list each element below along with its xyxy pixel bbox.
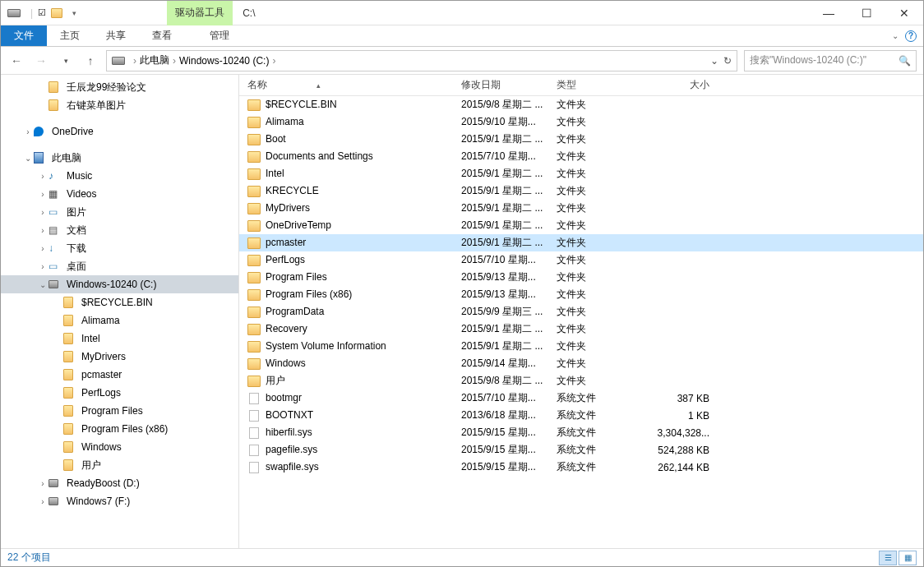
tree-node[interactable]: pcmaster: [1, 366, 238, 384]
file-row[interactable]: KRECYCLE2015/9/1 星期二 ...文件夹: [239, 182, 923, 200]
tree-node[interactable]: Program Files (x86): [1, 420, 238, 438]
file-row[interactable]: Program Files (x86)2015/9/13 星期...文件夹: [239, 286, 923, 303]
tab-file[interactable]: 文件: [1, 25, 47, 46]
tree-node[interactable]: ›ReadyBoost (D:): [1, 474, 238, 492]
file-row[interactable]: Program Files2015/9/13 星期...文件夹: [239, 269, 923, 286]
file-row[interactable]: Intel2015/9/1 星期二 ...文件夹: [239, 165, 923, 182]
tree-node[interactable]: ⌄Windows-10240 (C:): [1, 275, 238, 293]
tree-node[interactable]: ›图片: [1, 203, 238, 221]
chevron-right-icon[interactable]: ›: [37, 208, 49, 217]
close-button[interactable]: ✕: [885, 1, 923, 25]
tree-node[interactable]: ›Videos: [1, 185, 238, 203]
file-row[interactable]: MyDrivers2015/9/1 星期二 ...文件夹: [239, 200, 923, 217]
file-row[interactable]: hiberfil.sys2015/9/15 星期...系统文件3,304,328…: [239, 424, 923, 441]
tab-manage[interactable]: 管理: [196, 25, 243, 46]
chevron-right-icon[interactable]: ›: [173, 55, 176, 67]
tab-view[interactable]: 查看: [139, 25, 185, 46]
help-icon[interactable]: ?: [905, 30, 917, 42]
chevron-right-icon[interactable]: ›: [133, 55, 136, 67]
file-row[interactable]: Alimama2015/9/10 星期...文件夹: [239, 113, 923, 131]
column-date[interactable]: 修改日期: [453, 78, 548, 92]
tree-node[interactable]: Intel: [1, 330, 238, 348]
qat-properties-icon[interactable]: ☑: [38, 7, 46, 18]
recent-dropdown-icon[interactable]: ▾: [57, 57, 75, 65]
forward-button[interactable]: →: [32, 54, 50, 67]
chevron-right-icon[interactable]: ›: [272, 55, 275, 67]
chevron-right-icon[interactable]: ›: [37, 190, 49, 199]
up-button[interactable]: ↑: [81, 54, 99, 67]
tree-node-label: ReadyBoost (D:): [67, 477, 140, 489]
navigation-tree[interactable]: 壬辰龙99经验论文右键菜单图片›OneDrive⌄此电脑›Music›Video…: [1, 75, 239, 548]
tree-node[interactable]: Program Files: [1, 402, 238, 420]
file-row[interactable]: BOOTNXT2013/6/18 星期...系统文件1 KB: [239, 407, 923, 424]
column-name[interactable]: 名称 ▴: [239, 78, 453, 92]
cell-type: 文件夹: [548, 201, 644, 215]
tree-node[interactable]: 右键菜单图片: [1, 96, 238, 114]
file-row[interactable]: $RECYCLE.BIN2015/9/8 星期二 ...文件夹: [239, 96, 923, 113]
tree-node[interactable]: ›桌面: [1, 257, 238, 275]
contextual-tab-drive-tools[interactable]: 驱动器工具: [167, 1, 233, 25]
column-size[interactable]: 大小: [644, 78, 718, 92]
tree-node[interactable]: ⌄此电脑: [1, 149, 238, 167]
chevron-right-icon[interactable]: ›: [37, 497, 49, 506]
file-row[interactable]: swapfile.sys2015/9/15 星期...系统文件262,144 K…: [239, 459, 923, 476]
minimize-button[interactable]: —: [810, 1, 848, 25]
chevron-right-icon[interactable]: ›: [37, 226, 49, 235]
address-dropdown-icon[interactable]: ⌄: [710, 55, 718, 67]
file-row[interactable]: Documents and Settings2015/7/10 星期...文件夹: [239, 148, 923, 165]
refresh-icon[interactable]: ↻: [723, 55, 732, 67]
file-row[interactable]: ProgramData2015/9/9 星期三 ...文件夹: [239, 303, 923, 320]
file-row[interactable]: OneDriveTemp2015/9/1 星期二 ...文件夹: [239, 217, 923, 234]
chevron-right-icon[interactable]: ›: [37, 172, 49, 181]
chevron-down-icon[interactable]: ⌄: [22, 154, 34, 163]
file-row[interactable]: Windows2015/9/14 星期...文件夹: [239, 355, 923, 372]
tree-node[interactable]: ›下载: [1, 239, 238, 257]
breadcrumb-drive[interactable]: Windows-10240 (C:): [179, 55, 269, 67]
file-row[interactable]: pagefile.sys2015/9/15 星期...系统文件524,288 K…: [239, 441, 923, 459]
chevron-right-icon[interactable]: ›: [37, 244, 49, 253]
file-row[interactable]: bootmgr2015/7/10 星期...系统文件387 KB: [239, 390, 923, 407]
qat-dropdown-icon[interactable]: ▾: [72, 9, 76, 17]
cell-date: 2015/9/1 星期二 ...: [453, 201, 548, 215]
folder-icon: [49, 99, 63, 112]
chevron-right-icon[interactable]: ›: [22, 127, 34, 136]
tree-node[interactable]: ›Windows7 (F:): [1, 492, 238, 510]
file-row[interactable]: pcmaster2015/9/1 星期二 ...文件夹: [239, 234, 923, 251]
file-row[interactable]: 用户2015/9/8 星期二 ...文件夹: [239, 372, 923, 390]
back-button[interactable]: ←: [7, 54, 25, 67]
chevron-right-icon[interactable]: ›: [37, 262, 49, 271]
file-list[interactable]: 名称 ▴ 修改日期 类型 大小 $RECYCLE.BIN2015/9/8 星期二…: [239, 75, 923, 548]
tree-node[interactable]: Alimama: [1, 311, 238, 330]
tree-node[interactable]: 壬辰龙99经验论文: [1, 78, 238, 96]
qat-newfolder-icon[interactable]: [51, 7, 67, 19]
view-details-icon[interactable]: ☰: [879, 551, 897, 565]
tree-node[interactable]: PerfLogs: [1, 384, 238, 402]
tree-node[interactable]: 用户: [1, 456, 238, 474]
chevron-down-icon[interactable]: ⌄: [37, 280, 49, 289]
tree-node-label: Windows-10240 (C:): [67, 279, 156, 290]
tree-node[interactable]: ›Music: [1, 167, 238, 185]
file-row[interactable]: Boot2015/9/1 星期二 ...文件夹: [239, 131, 923, 148]
od-icon: [34, 125, 49, 138]
search-icon: 🔍: [899, 55, 911, 67]
tree-node[interactable]: MyDrivers: [1, 348, 238, 366]
breadcrumb-this-pc[interactable]: 此电脑: [140, 53, 169, 67]
file-row[interactable]: System Volume Information2015/9/1 星期二 ..…: [239, 338, 923, 355]
file-row[interactable]: Recovery2015/9/1 星期二 ...文件夹: [239, 320, 923, 338]
tree-node[interactable]: ›文档: [1, 221, 238, 239]
ribbon-expand-icon[interactable]: ⌄: [892, 31, 899, 40]
maximize-button[interactable]: ☐: [848, 1, 885, 25]
cell-size: 3,304,328...: [644, 427, 718, 439]
chevron-right-icon[interactable]: ›: [37, 479, 49, 488]
file-row[interactable]: PerfLogs2015/7/10 星期...文件夹: [239, 251, 923, 269]
tab-home[interactable]: 主页: [47, 25, 93, 46]
tab-share[interactable]: 共享: [93, 25, 139, 46]
view-icons-icon[interactable]: ▦: [899, 551, 917, 565]
tree-node[interactable]: Windows: [1, 438, 238, 456]
tree-node[interactable]: ›OneDrive: [1, 122, 238, 141]
cell-type: 文件夹: [548, 322, 644, 336]
tree-node[interactable]: $RECYCLE.BIN: [1, 293, 238, 311]
search-box[interactable]: 搜索"Windows-10240 (C:)" 🔍: [744, 50, 917, 71]
column-type[interactable]: 类型: [548, 78, 644, 92]
address-bar[interactable]: › 此电脑 › Windows-10240 (C:) › ⌄ ↻: [106, 50, 737, 71]
